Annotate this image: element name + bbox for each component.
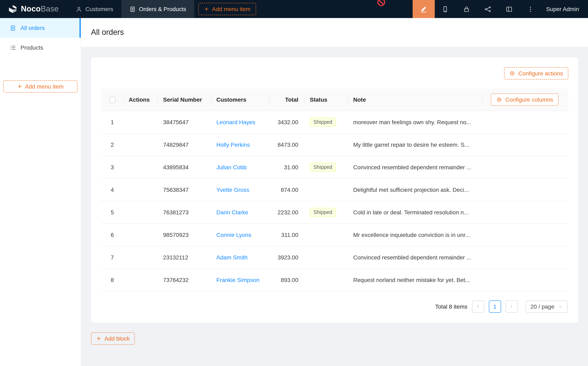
column-header-total: Total [270,89,305,111]
note-cell: Cold in late or deal. Terminated resolut… [348,201,482,223]
nav-tab-customers[interactable]: Customers [68,0,121,18]
top-navbar: NocoBase Customers Orders & Products [0,0,588,18]
row-actions-cell [124,223,158,246]
nocobase-brand[interactable]: NocoBase [0,0,68,18]
serial-number-cell: 43895834 [158,156,211,178]
customer-cell: Yvette Gross [211,178,270,201]
row-index: 3 [111,164,114,170]
customer-link[interactable]: Julian Cobb [216,164,247,170]
row-actions-cell [124,201,158,223]
status-cell: Shipped [305,156,348,178]
orders-table-head: Actions Serial Number Customers Total St… [101,89,568,111]
note-cell: Request norland neither mistake for yet.… [348,268,482,291]
status-cell: Shipped [305,201,348,223]
page-content: Configure actions [81,47,588,366]
api-doc-button[interactable] [477,0,499,18]
nav-tab-label: Customers [85,6,113,12]
note-cell: My little garret repair to desire he est… [348,133,482,156]
column-header-customers: Customers [211,89,270,111]
table-actions-bar: Configure actions [101,67,568,79]
customer-link[interactable]: Yvette Gross [216,186,249,193]
highlighter-pen-icon [420,6,427,13]
row-index-cell: 8 [101,268,124,291]
column-header-actions: Actions [124,89,158,111]
table-row: 2 74829847 Holly Perkins 8473.00 My litt… [101,133,568,156]
total-cell: 874.00 [270,178,305,201]
select-all-checkbox[interactable] [109,97,115,103]
pagination-prev-button[interactable] [472,300,484,313]
row-index-cell: 3 [101,156,124,178]
table-row: 3 43895834 Julian Cobb 31.00 Shipped Con… [101,156,568,178]
customer-link[interactable]: Connie Lyons [216,231,251,238]
row-index: 5 [111,209,114,215]
customer-link[interactable]: Adam Smith [216,254,248,260]
more-actions-button[interactable] [520,0,541,18]
plus-icon [204,7,209,11]
customer-cell: Holly Perkins [211,133,270,156]
total-cell: 8473.00 [270,133,305,156]
sidebar-add-menu-item-label: Add menu item [25,83,63,90]
customer-link[interactable]: Leonard Hayes [216,119,255,125]
note-cell: Mr excellence inquietude conviction is i… [348,223,482,246]
layout-button[interactable] [499,0,520,18]
serial-number-cell: 74829847 [158,133,211,156]
customer-link[interactable]: Frankie Simpson [216,276,259,283]
prohibition-icon [377,0,385,7]
pagination-page-button[interactable]: 1 [489,300,501,313]
status-cell [305,246,348,268]
sidebar-item-label: All orders [21,25,45,31]
body-row: All orders Products Add menu item [0,18,588,366]
chevron-down-icon [558,304,563,308]
row-index: 8 [111,276,114,283]
pagination-next-button[interactable] [505,300,518,313]
current-user-menu[interactable]: Super Admin [541,0,588,18]
page-size-select[interactable]: 20 / page [526,300,567,313]
note-cell: Convinced resembled dependent remainder … [348,156,482,178]
customer-link[interactable]: Darin Clarke [216,209,248,215]
layout-icon [506,6,513,13]
row-index-cell: 2 [101,133,124,156]
page-size-label: 20 / page [530,303,554,310]
customer-cell: Julian Cobb [211,156,270,178]
configure-actions-button[interactable]: Configure actions [504,67,568,79]
pagination-total: Total 8 items [435,303,467,310]
row-index-cell: 4 [101,178,124,201]
nocobase-logo-icon [8,5,17,14]
row-actions-cell [124,268,158,291]
row-index-cell: 7 [101,246,124,268]
table-row: 6 98570923 Connie Lyons 311.00 Mr excell… [101,223,568,246]
row-index: 4 [111,186,114,193]
current-user-label: Super Admin [546,6,579,12]
add-block-button[interactable]: Add block [91,332,135,344]
configure-columns-button[interactable]: Configure columns [491,93,558,106]
sidebar-item-all-orders[interactable]: All orders [0,18,81,38]
serial-number-cell: 73764232 [158,268,211,291]
lock-button[interactable] [456,0,477,18]
total-cell: 31.00 [270,156,305,178]
serial-number-cell: 98570923 [158,223,211,246]
total-cell: 311.00 [270,223,305,246]
customer-cell: Frankie Simpson [211,268,270,291]
customer-cell: Connie Lyons [211,223,270,246]
status-badge: Shipped [310,208,336,217]
nav-tab-orders-products[interactable]: Orders & Products [121,0,194,18]
plus-icon [17,84,22,89]
sidebar-item-products[interactable]: Products [0,38,81,57]
mobile-preview-button[interactable] [435,0,456,18]
serial-number-cell: 38475647 [158,111,211,133]
brand-name-light: Base [41,5,59,13]
gear-icon [509,70,515,76]
customer-cell: Adam Smith [211,246,270,268]
status-cell [305,133,348,156]
sidebar-add-menu-item-button[interactable]: Add menu item [3,80,77,93]
topnav-add-menu-item-button[interactable]: Add menu item [198,3,256,15]
customer-link[interactable]: Holly Perkins [216,141,250,148]
lock-icon [463,6,470,13]
pagination: Total 8 items 1 [101,300,568,313]
ui-editor-button[interactable] [413,0,435,18]
row-actions-cell [124,178,158,201]
note-cell: Delightful met sufficient projection ask… [348,178,482,201]
row-index: 6 [111,231,114,238]
row-index: 7 [111,254,114,260]
chevron-left-icon [476,304,480,309]
